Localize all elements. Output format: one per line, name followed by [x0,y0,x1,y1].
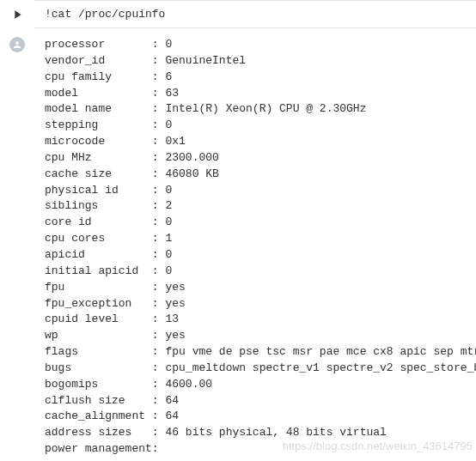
output-line: cpu cores : 1 [45,231,466,247]
output-cell: processor : 0vendor_id : GenuineIntelcpu… [34,28,476,461]
output-line: cpu family : 6 [45,70,466,86]
output-line: address sizes : 46 bits physical, 48 bit… [45,425,466,441]
output-line: vendor_id : GenuineIntel [45,53,466,70]
code-input-cell[interactable]: !cat /proc/cpuinfo [34,0,476,28]
input-gutter [0,0,34,22]
output-line: cache_alignment : 64 [45,409,466,425]
output-line: microcode : 0x1 [45,134,466,150]
person-icon [12,39,22,50]
output-line: initial apicid : 0 [45,264,466,280]
input-cell-row: !cat /proc/cpuinfo [0,0,476,28]
play-icon [10,8,24,21]
code-text: !cat /proc/cpuinfo [45,8,165,21]
run-cell-button[interactable] [9,7,25,22]
output-line: fpu_exception : yes [45,296,466,312]
output-line: apicid : 0 [45,247,466,264]
output-line: bogomips : 4600.00 [45,377,466,393]
output-line: clflush size : 64 [45,393,466,409]
output-line: bugs : cpu_meltdown spectre_v1 spectre_v… [45,361,466,377]
output-gutter [0,28,34,52]
output-indicator-icon [9,37,25,52]
output-line: power management: [45,441,466,458]
output-line [45,458,466,461]
output-line: model : 63 [45,86,466,102]
output-line: stepping : 0 [45,118,466,134]
output-line: model name : Intel(R) Xeon(R) CPU @ 2.30… [45,101,466,118]
output-row: processor : 0vendor_id : GenuineIntelcpu… [0,28,476,461]
output-line: fpu : yes [45,280,466,296]
output-line: cpuid level : 13 [45,312,466,328]
output-line: core id : 0 [45,215,466,231]
output-line: processor : 0 [45,37,466,53]
output-line: physical id : 0 [45,183,466,199]
output-line: siblings : 2 [45,198,466,215]
output-line: wp : yes [45,328,466,344]
output-line: cpu MHz : 2300.000 [45,150,466,167]
output-line: flags : fpu vme de pse tsc msr pae mce c… [45,344,466,361]
output-line: cache size : 46080 KB [45,167,466,183]
